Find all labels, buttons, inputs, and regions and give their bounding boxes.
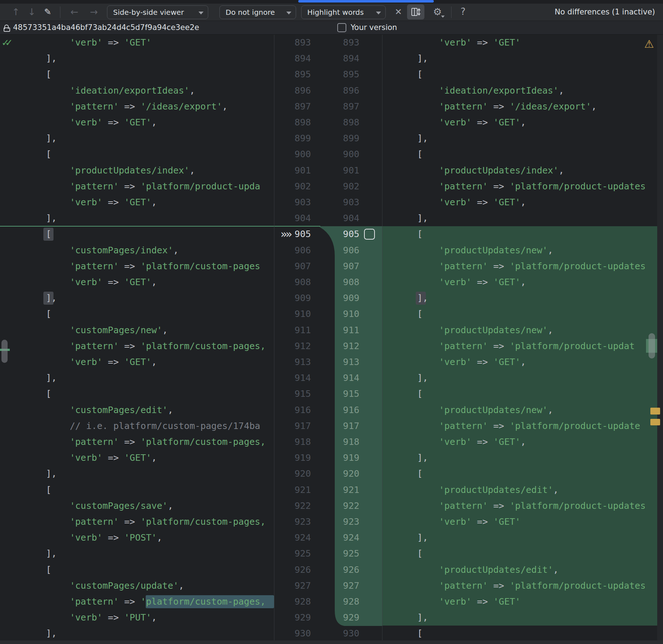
code-line[interactable]: // i.e. platform/custom-pages/174ba — [70, 418, 260, 434]
code-line[interactable]: ], — [46, 546, 57, 562]
code-line[interactable]: [ — [46, 226, 51, 242]
code-line[interactable]: 'pattern' => '/ideas/export', — [439, 99, 597, 115]
code-line[interactable]: 'productUpdates/index', — [439, 163, 564, 179]
code-line[interactable]: [ — [417, 306, 423, 322]
code-line[interactable]: ], — [417, 610, 428, 626]
code-line[interactable]: 'productUpdates/index', — [70, 163, 195, 179]
code-line[interactable]: 'pattern' => 'platform/custom-pages, — [70, 434, 266, 450]
scrollbar-thumb-left[interactable] — [1, 340, 8, 363]
close-icon[interactable]: ✕ — [391, 4, 406, 21]
code-line[interactable]: 'customPages/index', — [70, 242, 179, 258]
code-line[interactable]: [ — [417, 386, 423, 402]
warning-stripe-mark[interactable] — [650, 419, 660, 425]
code-line[interactable]: [ — [46, 386, 51, 402]
code-line[interactable]: ], — [46, 130, 57, 146]
code-line[interactable]: 'pattern' => 'platform/custom-pages, — [70, 594, 266, 610]
code-line[interactable]: 'pattern' => 'platform/product-upda — [70, 179, 260, 194]
code-line[interactable]: 'pattern' => 'platform/product-updat — [439, 338, 635, 354]
apply-change-checkbox[interactable] — [364, 229, 375, 240]
code-line[interactable]: ], — [46, 466, 57, 482]
code-line[interactable]: 'ideation/exportIdeas', — [70, 83, 195, 99]
code-pane-left[interactable]: 'verb' => 'GET'],['ideation/exportIdeas'… — [0, 35, 274, 640]
warning-stripe-mark[interactable] — [650, 408, 660, 415]
line-number-right: 896 — [301, 83, 359, 99]
code-line[interactable]: ], — [46, 210, 57, 226]
code-line[interactable]: ], — [417, 370, 428, 386]
edit-icon[interactable]: ✎ — [40, 4, 55, 21]
code-line[interactable]: [ — [417, 466, 423, 482]
code-line[interactable]: [ — [46, 66, 51, 82]
sync-scroll-split-button[interactable] — [407, 4, 424, 20]
current-change-marker-icon[interactable]: »» — [281, 226, 297, 242]
code-line[interactable]: ], — [417, 290, 428, 306]
code-line[interactable]: 'customPages/edit', — [70, 402, 173, 418]
code-line[interactable]: 'verb' => 'GET' — [70, 35, 151, 51]
code-line[interactable]: [ — [46, 146, 51, 162]
code-line[interactable]: ], — [46, 370, 57, 386]
code-line[interactable]: 'ideation/exportIdeas', — [439, 83, 564, 99]
scrollbar-thumb-right[interactable] — [649, 333, 655, 359]
code-line[interactable]: 'pattern' => 'platform/product-update — [439, 418, 640, 434]
code-line[interactable]: 'verb' => 'GET' — [439, 594, 521, 610]
code-line[interactable]: 'verb' => 'GET', — [70, 450, 157, 466]
code-line[interactable]: ], — [417, 450, 428, 466]
code-line[interactable]: 'customPages/update', — [70, 578, 184, 594]
code-line[interactable]: 'productUpdates/new', — [439, 242, 553, 258]
code-line[interactable]: [ — [417, 146, 423, 162]
code-line[interactable]: ], — [417, 530, 428, 546]
forward-button[interactable]: → — [87, 4, 101, 21]
whitespace-ignore-dropdown[interactable]: Do not ignore — [219, 5, 296, 19]
code-line[interactable]: [ — [417, 626, 423, 640]
code-line[interactable]: 'verb' => 'GET', — [439, 354, 526, 370]
code-line[interactable]: 'verb' => 'GET', — [439, 115, 526, 130]
code-line[interactable]: [ — [417, 226, 423, 242]
code-line[interactable]: 'verb' => 'GET', — [70, 115, 157, 130]
code-line[interactable]: 'pattern' => 'platform/product-updates — [439, 179, 646, 194]
code-line[interactable]: ], — [46, 626, 57, 640]
code-line[interactable]: 'verb' => 'GET', — [70, 274, 157, 290]
code-line[interactable]: ], — [46, 51, 57, 66]
code-line[interactable]: 'verb' => 'GET', — [439, 194, 526, 210]
code-line[interactable]: 'pattern' => 'platform/product-updates — [439, 258, 646, 274]
code-line[interactable]: [ — [417, 546, 423, 562]
your-version-checkbox[interactable] — [337, 23, 346, 32]
help-button[interactable]: ? — [458, 4, 469, 21]
code-line[interactable]: 'verb' => 'GET', — [439, 274, 526, 290]
code-line[interactable]: ], — [417, 130, 428, 146]
code-line[interactable]: ], — [417, 51, 428, 66]
code-line[interactable]: 'pattern' => 'platform/custom-pages — [70, 258, 260, 274]
code-line[interactable]: ], — [46, 290, 57, 306]
code-line[interactable]: 'verb' => 'GET', — [439, 434, 526, 450]
next-difference-button[interactable]: ↓ — [25, 4, 39, 21]
code-line[interactable]: [ — [46, 562, 51, 578]
back-button[interactable]: ← — [67, 4, 82, 21]
diff-toolbar: ↑ ↓ ✎ ← → Side-by-side viewer Do not ign… — [0, 4, 663, 21]
code-line[interactable]: 'productUpdates/new', — [439, 402, 553, 418]
viewer-mode-dropdown[interactable]: Side-by-side viewer — [107, 5, 208, 19]
code-line[interactable]: 'productUpdates/edit', — [439, 562, 559, 578]
code-line[interactable]: 'verb' => 'GET' — [439, 35, 521, 51]
code-line[interactable]: ], — [417, 210, 428, 226]
code-line[interactable]: [ — [46, 482, 51, 498]
code-pane-right[interactable]: 'verb' => 'GET'],['ideation/exportIdeas'… — [382, 35, 657, 640]
code-line[interactable]: 'pattern' => 'platform/custom-pages, — [70, 514, 266, 530]
code-line[interactable]: 'pattern' => 'platform/product-updates — [439, 498, 646, 514]
code-line[interactable]: [ — [46, 306, 51, 322]
code-line[interactable]: 'pattern' => '/ideas/export', — [70, 99, 228, 115]
code-line[interactable]: 'pattern' => 'platform/product-updates — [439, 578, 646, 594]
code-line[interactable]: 'productUpdates/new', — [439, 322, 553, 338]
code-line[interactable]: 'customPages/new', — [70, 322, 168, 338]
settings-button[interactable]: ⚙ — [431, 4, 444, 21]
code-line[interactable]: 'verb' => 'GET', — [70, 194, 157, 210]
code-line[interactable]: 'pattern' => 'platform/custom-pages, — [70, 338, 266, 354]
code-line[interactable]: 'productUpdates/edit', — [439, 482, 559, 498]
code-line[interactable]: 'customPages/save', — [70, 498, 173, 514]
warning-icon[interactable]: ⚠ — [644, 36, 654, 52]
previous-difference-button[interactable]: ↑ — [9, 4, 23, 21]
code-line[interactable]: 'verb' => 'POST', — [70, 530, 162, 546]
code-line[interactable]: [ — [417, 66, 423, 82]
code-line[interactable]: 'verb' => 'GET', — [70, 354, 157, 370]
code-line[interactable]: 'verb' => 'PUT', — [70, 610, 157, 626]
highlight-mode-dropdown[interactable]: Highlight words — [301, 5, 386, 19]
code-line[interactable]: 'verb' => 'GET' — [439, 514, 521, 530]
